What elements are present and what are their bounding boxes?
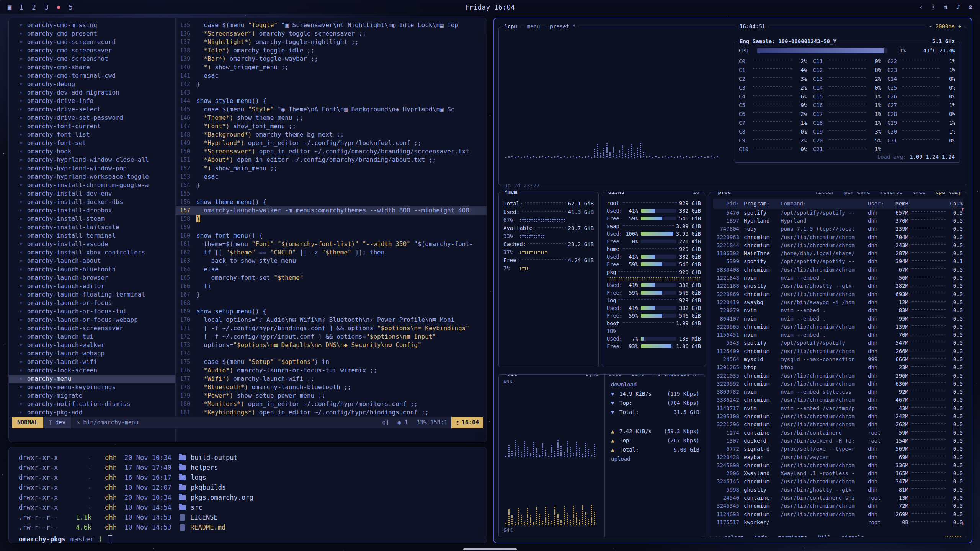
process-row[interactable]: 24540containe/usr/bin/containerd-shiroot… bbox=[713, 494, 963, 502]
tree-item[interactable]: ∗omarchy-lock-screen bbox=[9, 366, 175, 375]
tree-item[interactable]: ∗omarchy-install-terminal bbox=[9, 231, 175, 240]
select-control[interactable]: ↑↓ select bbox=[712, 535, 746, 537]
reverse-button[interactable]: reverse bbox=[878, 192, 905, 195]
tree-item[interactable]: ∗omarchy-launch-floating-terminal bbox=[9, 290, 175, 299]
net-sync-button[interactable]: sync bbox=[583, 374, 601, 377]
proc-box-title[interactable]: ⁴proc bbox=[712, 192, 733, 195]
workspace-item[interactable]: 5 bbox=[69, 3, 73, 11]
tree-item[interactable]: ∗omarchy-cmd-screenshot bbox=[9, 55, 175, 63]
bluetooth-icon[interactable]: ᛒ bbox=[931, 3, 935, 11]
file-name[interactable]: README.md bbox=[190, 523, 225, 531]
tree-item[interactable]: ∗omarchy-launch-editor bbox=[9, 282, 175, 290]
tree-item[interactable]: ∗omarchy-install-dev-env bbox=[9, 189, 175, 198]
process-row[interactable]: 3245898chromium/usr/lib/chromium/chromdh… bbox=[713, 461, 963, 469]
filter-button[interactable]: filter bbox=[813, 192, 837, 195]
screen-handle[interactable] bbox=[463, 548, 517, 550]
process-row[interactable]: 5998ghostty/usr/bin/ghostty --gtk-dhh81M… bbox=[713, 486, 963, 494]
clock[interactable]: Friday 16:04 bbox=[465, 3, 515, 11]
tree-item[interactable]: ∗omarchy-install-vscode bbox=[9, 240, 175, 248]
process-row[interactable]: 747804rubypuma 7.1.0 (tcp://localdhh239M… bbox=[713, 225, 963, 233]
scroll-down-icon[interactable]: ↓ bbox=[961, 519, 964, 526]
tree-item[interactable]: ∗omarchy-launch-wifi bbox=[9, 358, 175, 366]
process-row[interactable]: 3246145chromium/usr/lib/chromium/chromdh… bbox=[713, 478, 963, 486]
process-row[interactable]: 1175517kworker/root0B0.0 bbox=[713, 518, 963, 526]
info-control[interactable]: info bbox=[752, 535, 770, 537]
tree-item[interactable]: ∗omarchy-menu bbox=[9, 375, 175, 383]
tree-item[interactable]: ∗omarchy-launch-or-focus-tui bbox=[9, 307, 175, 316]
mem-box-title[interactable]: ²mem bbox=[502, 189, 519, 195]
tree-item[interactable]: ∗omarchy-install-tailscale bbox=[9, 223, 175, 231]
update-interval[interactable]: - 2000ms + bbox=[927, 23, 964, 29]
record-indicator[interactable]: ● bbox=[57, 4, 60, 10]
tree-item[interactable]: ∗omarchy-notification-dismiss bbox=[9, 400, 175, 408]
scroll-up-icon[interactable]: ↑ bbox=[961, 205, 964, 212]
tree-item[interactable]: ∗omarchy-launch-about bbox=[9, 257, 175, 265]
process-row[interactable]: 24564mysqldmysqld --max-connection999666… bbox=[713, 355, 963, 363]
tree-item[interactable]: ∗omarchy-cmd-terminal-cwd bbox=[9, 72, 175, 80]
volume-icon[interactable]: ♪ bbox=[956, 3, 960, 11]
process-row[interactable]: 6772signal-d/proc/self/exe --type=rdhh56… bbox=[713, 445, 963, 453]
workspace-item[interactable]: 3 bbox=[44, 3, 49, 11]
kill-control[interactable]: kill bbox=[815, 535, 833, 537]
process-row[interactable]: 5470spotify/opt/spotify/spotify --dhh657… bbox=[713, 209, 963, 217]
tree-item[interactable]: ∗omarchy-font-list bbox=[9, 130, 175, 139]
tree-item[interactable]: ∗omarchy-install-steam bbox=[9, 215, 175, 223]
process-row[interactable]: 5343spotify/opt/spotify/spotifydhh547M0.… bbox=[713, 339, 963, 347]
process-row[interactable]: 3246345chromium/usr/lib/chromium/chromdh… bbox=[713, 502, 963, 510]
tree-item[interactable]: ∗omarchy-drive-info bbox=[9, 97, 175, 105]
chevron-left-icon[interactable]: ‹ bbox=[919, 3, 923, 11]
shell-prompt[interactable]: omarchy-pkgs master ) bbox=[19, 534, 477, 543]
proc-column-headers[interactable]: Pid: Program: Command: User: MemB Cpu% bbox=[713, 199, 963, 209]
tree-item[interactable]: ∗omarchy-cmd-present bbox=[9, 29, 175, 38]
process-row[interactable]: 1220428waybar/usr/bin/waybardhh69M0.0 bbox=[713, 453, 963, 461]
settings-icon[interactable]: ⚙ bbox=[969, 3, 972, 11]
process-row[interactable]: 1125409chromium/usr/lib/chromium/chromdh… bbox=[713, 347, 963, 355]
process-row[interactable]: 3386242chromium/usr/lib/chromium/chromdh… bbox=[713, 396, 963, 404]
tree-item[interactable]: ∗omarchy-install-docker-dbs bbox=[9, 198, 175, 206]
tree-item[interactable]: ∗omarchy-launch-walker bbox=[9, 341, 175, 349]
process-row[interactable]: 3220965chromium/usr/lib/chromium/chromdh… bbox=[713, 323, 963, 331]
tree-item[interactable]: ∗omarchy-cmd-screenrecord bbox=[9, 38, 175, 46]
tree-button[interactable]: tree bbox=[910, 192, 928, 195]
tree-item[interactable]: ∗omarchy-launch-browser bbox=[9, 274, 175, 282]
process-row[interactable]: 1897HyprlandHyprlanddhh370M0.0 bbox=[713, 217, 963, 225]
tree-item[interactable]: ∗omarchy-cmd-share bbox=[9, 63, 175, 72]
process-row[interactable]: 1221848nvimnvim --embed .dhh56M0.0 bbox=[713, 274, 963, 282]
tree-item[interactable]: ∗omarchy-launch-tui bbox=[9, 333, 175, 341]
tree-item[interactable]: ∗omarchy-migrate bbox=[9, 391, 175, 400]
workspace-item[interactable]: 1 bbox=[19, 3, 23, 11]
tree-item[interactable]: ∗omarchy-launch-webapp bbox=[9, 349, 175, 358]
tree-item[interactable]: ∗omarchy-hook bbox=[9, 147, 175, 156]
process-row[interactable]: 3830408chromium/usr/lib/chromium/chromdh… bbox=[713, 266, 963, 274]
sort-selector[interactable]: cpu lazy bbox=[933, 192, 964, 195]
launcher-icon[interactable]: ▣ bbox=[8, 3, 11, 11]
tree-item[interactable]: ∗omarchy-launch-or-focus-webapp bbox=[9, 316, 175, 324]
process-row[interactable]: 1156451nvimnvim --embed .dhh70M0.0 bbox=[713, 331, 963, 339]
process-row[interactable]: 1220419swaybg/usr/bin/swaybg -i /homdhh1… bbox=[713, 298, 963, 306]
process-row[interactable]: 864107nvimnvim --embed .dhh95M0.0 bbox=[713, 315, 963, 323]
tree-item[interactable]: ∗omarchy-font-set bbox=[9, 139, 175, 147]
tree-item[interactable]: ∗omarchy-pkg-add bbox=[9, 408, 175, 417]
io-toggle[interactable]: io bbox=[691, 192, 702, 195]
process-row[interactable]: 2006XwaylandXwayland :1 -rootless -dhh16… bbox=[713, 469, 963, 478]
process-row[interactable]: 1274containe/usr/bin/containerdroot59M0.… bbox=[713, 429, 963, 437]
tree-item[interactable]: ∗omarchy-menu-keybindings bbox=[9, 383, 175, 391]
menu-button[interactable]: menu bbox=[525, 23, 542, 29]
process-row[interactable]: 1205108chromium/usr/lib/chromium/chromdh… bbox=[713, 412, 963, 420]
process-row[interactable]: 3221035chromium/usr/lib/chromium/chromdh… bbox=[713, 372, 963, 380]
tree-item[interactable]: ∗omarchy-drive-select bbox=[9, 105, 175, 114]
process-row[interactable]: 3220963chromium/usr/lib/chromium/chromdh… bbox=[713, 233, 963, 241]
process-row[interactable]: 3220869chromium/usr/lib/chromium/chromdh… bbox=[713, 290, 963, 298]
process-row[interactable]: 5399spotify/opt/spotify/spotify --dhh394… bbox=[713, 258, 963, 266]
process-row[interactable]: 1143717nvimnvim --embed /var/tmp/pdhh43M… bbox=[713, 404, 963, 412]
process-row[interactable]: 3221044chromium/usr/lib/chromium/chromdh… bbox=[713, 241, 963, 249]
tree-item[interactable]: ∗omarchy-hyprland-workspace-toggle bbox=[9, 173, 175, 181]
net-box-title[interactable]: ³net bbox=[502, 374, 519, 377]
process-row[interactable]: 1124693chromium/usr/lib/chromium/chromdh… bbox=[713, 510, 963, 518]
workspace-item[interactable]: 2 bbox=[32, 3, 36, 11]
tree-item[interactable]: ∗omarchy-cmd-screensaver bbox=[9, 46, 175, 55]
process-row[interactable]: 1186302MainThre/home/dhh/.local/share/dh… bbox=[713, 249, 963, 257]
tree-item[interactable]: ∗omarchy-install-xbox-controllers bbox=[9, 248, 175, 257]
process-row[interactable]: 1221188ghostty/usr/bin/ghostty --gtk-dhh… bbox=[713, 282, 963, 290]
tree-item[interactable]: ∗omarchy-launch-or-focus bbox=[9, 299, 175, 307]
